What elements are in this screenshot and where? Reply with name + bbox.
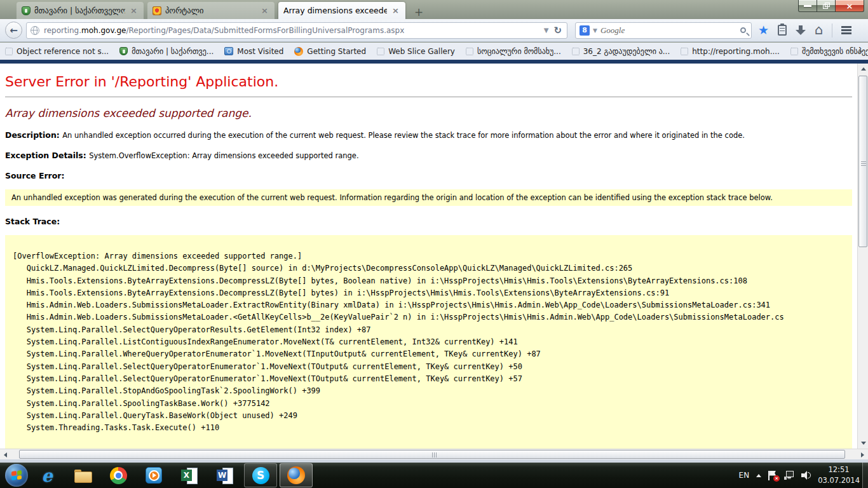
- toolbar-separator: [832, 24, 832, 37]
- firefox-icon: [294, 47, 303, 56]
- tab-error-page[interactable]: Array dimensions exceeded su... ×: [278, 2, 405, 19]
- toolbar-buttons: ★ ⌂: [758, 24, 851, 37]
- bookmark-star-icon[interactable]: ★: [758, 24, 769, 36]
- taskbar-item-chrome[interactable]: [102, 463, 135, 487]
- smart-folder-icon: [224, 47, 233, 55]
- word-icon: W: [217, 468, 233, 483]
- close-button[interactable]: ×: [835, 0, 864, 12]
- taskbar-item-internet-explorer[interactable]: e: [31, 463, 64, 487]
- exception-line: Exception Details: System.OverflowExcept…: [5, 151, 852, 160]
- bookmark-label: http://reporting.moh....: [692, 47, 780, 56]
- bookmark-label: Most Visited: [237, 47, 283, 56]
- media-player-icon: [146, 467, 162, 484]
- tab-home-georgia[interactable]: მთავარი | საქართველოს ... ×: [17, 2, 144, 19]
- search-input[interactable]: 8 ▼ Google: [575, 22, 752, 39]
- description-line: Description: An unhandled exception occu…: [5, 130, 852, 140]
- scroll-left-icon: [4, 452, 7, 458]
- volume-icon[interactable]: [801, 471, 811, 480]
- network-icon[interactable]: [784, 471, 794, 480]
- new-tab-button[interactable]: +: [410, 5, 427, 19]
- error-subtitle: Array dimensions exceeded supported rang…: [5, 107, 852, 119]
- hidden-icons-arrow[interactable]: [756, 474, 761, 477]
- scroll-up-icon: [861, 67, 866, 71]
- scroll-left-button[interactable]: [0, 449, 11, 460]
- skype-icon: S: [252, 467, 269, 484]
- source-error-box: An unhandled exception was generated dur…: [5, 189, 852, 206]
- stack-trace-heading: Stack Trace:: [5, 217, 852, 226]
- url-bar[interactable]: reporting.moh.gov.ge/Reporting/Pages/Dat…: [26, 22, 567, 39]
- taskbar-item-firefox[interactable]: [280, 463, 313, 487]
- scroll-down-button[interactable]: [858, 438, 868, 449]
- url-domain: moh.gov.ge: [81, 26, 126, 35]
- default-bookmark-icon: [5, 48, 13, 55]
- bookmarks-toolbar: Object reference not s... მთავარი | საქა…: [0, 43, 868, 60]
- tab-title: პორტალი: [165, 6, 256, 15]
- url-path: /Reporting/Pages/Data/SubmittedFormsForB…: [126, 26, 404, 35]
- stack-trace-text: [OverflowException: Array dimensions exc…: [13, 250, 852, 449]
- default-bookmark-icon: [377, 48, 384, 55]
- georgia-shield-icon: [22, 6, 31, 15]
- search-engine-dropdown-icon[interactable]: ▼: [590, 27, 600, 34]
- bookmark-item[interactable]: შემთხვევის ინსპექტი...: [790, 47, 868, 56]
- bookmark-item[interactable]: Web Slice Gallery: [377, 47, 455, 56]
- windows-logo-icon: [11, 470, 22, 480]
- taskbar-item-media-player[interactable]: [137, 463, 170, 487]
- close-icon[interactable]: ×: [260, 6, 269, 15]
- show-desktop-button[interactable]: [862, 463, 868, 488]
- description-text: An unhandled exception occurred during t…: [62, 131, 745, 140]
- description-label: Description:: [5, 130, 62, 140]
- bookmark-label: Getting Started: [307, 47, 366, 56]
- vertical-scrollbar[interactable]: [857, 64, 868, 449]
- close-icon[interactable]: ×: [391, 6, 400, 15]
- menu-hamburger-icon[interactable]: [841, 26, 851, 34]
- bookmark-item[interactable]: http://reporting.moh....: [681, 47, 780, 56]
- chrome-icon: [110, 467, 127, 484]
- bookmark-item[interactable]: Object reference not s...: [5, 47, 109, 56]
- portal-emblem-icon: [153, 6, 161, 15]
- bookmarks-menu-icon[interactable]: [778, 25, 787, 36]
- bookmark-item-getting-started[interactable]: Getting Started: [294, 47, 366, 56]
- taskbar-item-excel[interactable]: X: [173, 463, 206, 487]
- downloads-icon[interactable]: [796, 25, 806, 36]
- back-button[interactable]: ←: [5, 22, 22, 39]
- tab-portal[interactable]: პორტალი ×: [147, 2, 275, 19]
- site-identity-globe-icon[interactable]: [31, 26, 39, 35]
- taskbar-clock[interactable]: 12:51 03.07.2014: [818, 464, 860, 485]
- taskbar-item-word[interactable]: W: [208, 463, 241, 487]
- minimize-button[interactable]: [798, 0, 817, 12]
- action-center-flag-icon[interactable]: ×: [768, 471, 777, 480]
- close-icon[interactable]: ×: [129, 6, 139, 15]
- tab-title: Array dimensions exceeded su...: [283, 6, 387, 15]
- taskbar-item-skype[interactable]: S: [244, 463, 277, 487]
- google-engine-icon[interactable]: 8: [580, 25, 590, 36]
- taskbar-item-file-explorer[interactable]: [66, 463, 99, 487]
- bookmark-item[interactable]: მთავარი | საქართვე...: [119, 47, 214, 56]
- bookmarks-overflow-chevron[interactable]: »: [858, 46, 863, 56]
- scroll-up-button[interactable]: [858, 64, 868, 74]
- reload-icon[interactable]: ↻: [552, 25, 563, 36]
- url-subdomain: reporting.: [44, 26, 81, 35]
- excel-icon: X: [181, 468, 198, 483]
- bookmark-label: Web Slice Gallery: [388, 47, 455, 56]
- bookmark-item-most-visited[interactable]: Most Visited: [224, 47, 283, 56]
- scroll-down-icon: [861, 442, 866, 445]
- search-icon[interactable]: [740, 27, 746, 33]
- language-indicator[interactable]: EN: [739, 471, 750, 480]
- horizontal-scrollbar[interactable]: [0, 449, 868, 459]
- scroll-right-button[interactable]: [857, 449, 868, 460]
- bookmark-label: სოციალური მომსახუ...: [477, 47, 561, 56]
- restore-button[interactable]: [817, 0, 835, 12]
- navigation-toolbar: ← reporting.moh.gov.ge/Reporting/Pages/D…: [0, 19, 868, 42]
- divider: [5, 97, 852, 97]
- bookmark-item[interactable]: 36_2 გადაუდებელი ა...: [572, 47, 670, 56]
- start-button[interactable]: [5, 464, 28, 487]
- url-text[interactable]: reporting.moh.gov.ge/Reporting/Pages/Dat…: [44, 26, 540, 35]
- tab-title: მთავარი | საქართველოს ...: [34, 6, 125, 15]
- bookmark-item[interactable]: სოციალური მომსახუ...: [466, 47, 561, 56]
- vertical-scroll-thumb[interactable]: [858, 76, 867, 247]
- horizontal-scroll-thumb[interactable]: [19, 450, 845, 459]
- url-dropdown-icon[interactable]: ▼: [540, 27, 553, 34]
- home-icon[interactable]: ⌂: [815, 24, 823, 37]
- window-titlebar: მთავარი | საქართველოს ... × პორტალი × Ar…: [0, 0, 868, 19]
- page-title: Server Error in '/Reporting' Application…: [5, 74, 852, 90]
